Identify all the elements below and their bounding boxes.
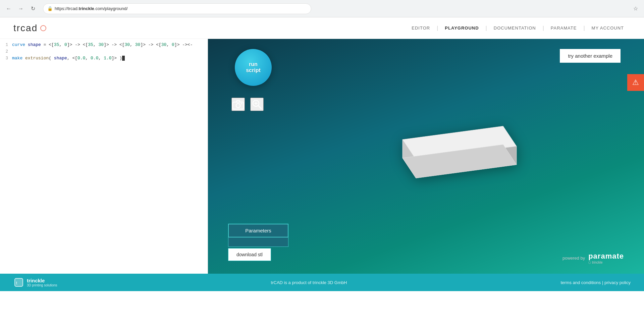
footer-center-text: trCAD is a product of trinckle 3D GmbH [57, 280, 561, 285]
logo-text: trcad [13, 23, 38, 34]
powered-by-label: powered by [562, 256, 585, 261]
code-line-3: 3 make extrusion( shape, <[0.0, 0.0, 1.0… [0, 55, 208, 62]
try-example-button[interactable]: try another example [560, 49, 621, 63]
code-line-1: 1 curve shape = <[35, 0]> -> <[35, 30]> … [0, 42, 208, 48]
security-icon: 🔒 [47, 6, 53, 11]
line-num-2: 2 [0, 49, 12, 54]
camera-button[interactable] [231, 98, 245, 111]
app-header: trcad EDITOR | PLAYGROUND | DOCUMENTATIO… [0, 17, 644, 39]
privacy-link[interactable]: privacy policy [604, 280, 631, 285]
footer-links: terms and conditions | privacy policy [560, 280, 631, 285]
main-nav: EDITOR | PLAYGROUND | DOCUMENTATION | PA… [405, 25, 631, 31]
browser-bar: ← → ↻ 🔒 https://trcad.trinckle.com/playg… [0, 0, 644, 17]
logo: trcad [13, 23, 46, 34]
footer: t trinckle 3D printing solutions trCAD i… [0, 274, 644, 291]
star-icon[interactable]: ☆ [633, 5, 640, 12]
zoom-icon [251, 99, 263, 110]
nav-editor[interactable]: EDITOR [405, 25, 437, 31]
paramate-sub: ⬡ trinckle [588, 261, 624, 264]
forward-button[interactable]: → [16, 4, 25, 13]
nav-playground[interactable]: PLAYGROUND [438, 25, 485, 31]
paramate-brand: paramate [588, 252, 624, 261]
nav-paramate[interactable]: PARAMATE [544, 25, 584, 31]
svg-point-2 [241, 103, 243, 104]
logo-circle [40, 25, 46, 31]
line-num-3: 3 [0, 56, 12, 61]
camera-icon [232, 99, 244, 110]
line-num-1: 1 [0, 42, 12, 47]
back-button[interactable]: ← [4, 4, 13, 13]
terms-link[interactable]: terms and conditions [560, 280, 601, 285]
footer-tagline: 3D printing solutions [27, 283, 57, 287]
code-content-1: curve shape = <[35, 0]> -> <[35, 30]> ->… [12, 42, 208, 47]
warning-button[interactable]: ⚠ [627, 74, 644, 91]
download-stl-button[interactable]: download stl [228, 248, 271, 261]
url-text: https://trcad.trinckle.com/playground/ [55, 6, 128, 11]
paramate-logo-block: paramate ⬡ trinckle [588, 252, 624, 264]
editor-panel[interactable]: 1 curve shape = <[35, 0]> -> <[35, 30]> … [0, 39, 208, 274]
parameters-panel: Parameters [228, 224, 288, 247]
zoom-button[interactable] [250, 98, 264, 111]
parameters-button[interactable]: Parameters [228, 224, 288, 237]
nav-documentation[interactable]: DOCUMENTATION [487, 25, 543, 31]
main-container: 1 curve shape = <[35, 0]> -> <[35, 30]> … [0, 39, 644, 274]
footer-brand: trinckle [27, 278, 57, 283]
footer-logo-text: trinckle 3D printing solutions [27, 278, 57, 287]
footer-sep: | [602, 280, 604, 285]
footer-logo: t trinckle 3D printing solutions [13, 277, 57, 288]
powered-by: powered by paramate ⬡ trinckle [562, 252, 624, 264]
svg-point-1 [236, 104, 240, 108]
code-content-3: make extrusion( shape, <[0.0, 0.0, 1.0]>… [12, 56, 208, 61]
code-line-2: 2 [0, 48, 208, 55]
reload-button[interactable]: ↻ [28, 4, 38, 13]
svg-line-4 [258, 106, 262, 109]
nav-my-account[interactable]: MY ACCOUNT [585, 25, 631, 31]
run-label-line1: run [249, 61, 258, 67]
3d-shape [386, 113, 520, 198]
footer-logo-icon: t [13, 277, 24, 288]
run-label-line2: script [246, 67, 261, 73]
address-bar[interactable]: 🔒 https://trcad.trinckle.com/playground/ [43, 3, 311, 14]
paramate-circle: ⬡ [588, 261, 591, 264]
run-script-button[interactable]: run script [235, 49, 272, 86]
viewport: run script try another example ⚠ [208, 39, 644, 274]
warning-icon: ⚠ [632, 78, 639, 87]
viewport-toolbar [231, 98, 264, 111]
browser-actions: ☆ [633, 5, 640, 12]
parameters-input [228, 237, 288, 247]
